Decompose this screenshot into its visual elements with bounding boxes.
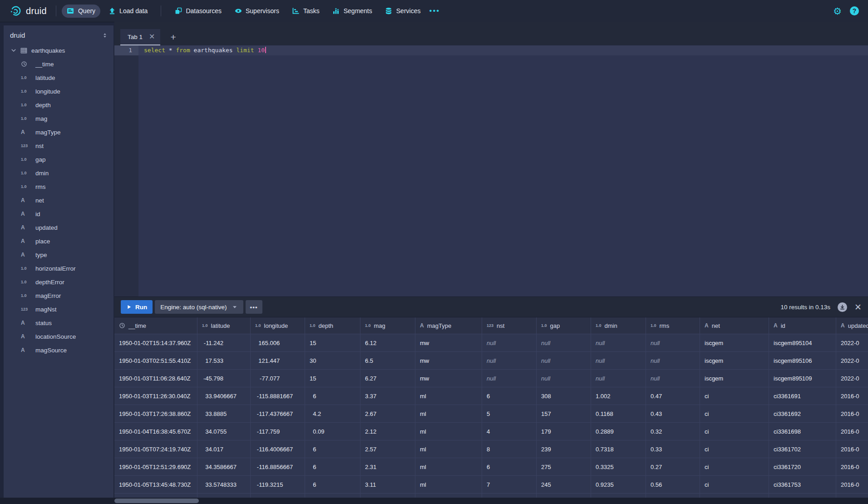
sidebar-column-magtype[interactable]: AmagType: [4, 125, 113, 139]
cell-time[interactable]: 1950-01-05T13:45:48.730Z: [114, 476, 197, 494]
cell-nst[interactable]: 7: [482, 476, 537, 494]
double-caret-vertical-icon[interactable]: [102, 32, 108, 39]
cell-longitude[interactable]: -117.759: [251, 423, 305, 440]
sidebar-column-deptherror[interactable]: 1.0depthError: [4, 275, 113, 289]
cell-mag[interactable]: 2.12: [360, 423, 415, 440]
nav-item-load-data[interactable]: Load data: [103, 5, 153, 18]
cell-mag[interactable]: 3.11: [360, 476, 415, 494]
tab-tab1[interactable]: Tab 1 ✕: [120, 29, 160, 45]
cell-latitude[interactable]: 33.9406667: [197, 387, 251, 405]
header-cell-time[interactable]: __time: [114, 317, 197, 334]
cell-id[interactable]: ci3361702: [769, 440, 836, 458]
cell-dmin[interactable]: 0.7318: [591, 440, 646, 458]
cell-depth[interactable]: 4.2: [305, 405, 360, 423]
cell-mag[interactable]: 2.57: [360, 440, 415, 458]
sidebar-column-horizontalerror[interactable]: 1.0horizontalError: [4, 262, 113, 275]
sidebar-table-earthquakes[interactable]: earthquakes: [4, 44, 113, 57]
cell-magtype[interactable]: [415, 494, 482, 498]
cell-time[interactable]: 1950-01-03T11:06:28.640Z: [114, 370, 197, 387]
cell-net[interactable]: ci: [700, 405, 769, 423]
cell-gap[interactable]: null: [537, 370, 591, 387]
cell-longitude[interactable]: -119.3215: [251, 476, 305, 494]
cell-id[interactable]: iscgem895106: [769, 352, 836, 370]
cell-time[interactable]: 1950-01-05T07:24:19.740Z: [114, 440, 197, 458]
cell-gap[interactable]: 179: [537, 423, 591, 440]
cell-net[interactable]: iscgem: [700, 370, 769, 387]
cell-id[interactable]: iscgem895109: [769, 370, 836, 387]
cell-magtype[interactable]: ml: [415, 458, 482, 476]
cell-updated[interactable]: 2022-0: [836, 352, 868, 370]
cell-net[interactable]: [700, 494, 769, 498]
cell-mag[interactable]: 3.37: [360, 387, 415, 405]
cell-nst[interactable]: 6: [482, 458, 537, 476]
sidebar-column-magerror[interactable]: 1.0magError: [4, 289, 113, 302]
header-cell-updated[interactable]: Aupdated: [836, 317, 868, 334]
cell-net[interactable]: iscgem: [700, 352, 769, 370]
cell-rms[interactable]: 0.47: [646, 387, 700, 405]
run-button[interactable]: Run: [121, 300, 153, 314]
cell-gap[interactable]: 245: [537, 476, 591, 494]
cell-mag[interactable]: 2.31: [360, 458, 415, 476]
cell-mag[interactable]: 6.12: [360, 334, 415, 352]
cell-rms[interactable]: null: [646, 334, 700, 352]
engine-select[interactable]: Engine: auto (sql-native): [155, 300, 243, 314]
cell-rms[interactable]: null: [646, 352, 700, 370]
sidebar-column-longitude[interactable]: 1.0longitude: [4, 84, 113, 98]
cell-dmin[interactable]: [591, 494, 646, 498]
cell-depth[interactable]: 0.09: [305, 423, 360, 440]
cell-longitude[interactable]: -115.8881667: [251, 387, 305, 405]
cell-time[interactable]: 1950-01-04T16:38:45.670Z: [114, 423, 197, 440]
cell-depth[interactable]: 15: [305, 370, 360, 387]
header-cell-id[interactable]: Aid: [769, 317, 836, 334]
sidebar-column-gap[interactable]: 1.0gap: [4, 153, 113, 166]
cell-rms[interactable]: 0.32: [646, 423, 700, 440]
cell-magtype[interactable]: ml: [415, 476, 482, 494]
query-more-button[interactable]: •••: [246, 300, 262, 314]
cell-id[interactable]: ci3361691: [769, 387, 836, 405]
sidebar-column-nst[interactable]: 123nst: [4, 139, 113, 153]
cell-magtype[interactable]: mw: [415, 352, 482, 370]
sql-editor[interactable]: 1 select * from earthquakes limit 10: [114, 45, 868, 296]
cell-net[interactable]: ci: [700, 458, 769, 476]
cell-longitude[interactable]: -116.4006667: [251, 440, 305, 458]
druid-logo[interactable]: druid: [6, 5, 50, 17]
header-cell-nst[interactable]: 123nst: [482, 317, 537, 334]
cell-longitude[interactable]: -77.077: [251, 370, 305, 387]
sidebar-column-type[interactable]: Atype: [4, 248, 113, 262]
cell-gap[interactable]: 275: [537, 458, 591, 476]
cell-magtype[interactable]: ml: [415, 423, 482, 440]
cell-updated[interactable]: 2016-0: [836, 405, 868, 423]
cell-magtype[interactable]: ml: [415, 405, 482, 423]
cell-rms[interactable]: 0.27: [646, 458, 700, 476]
header-cell-gap[interactable]: 1.0gap: [537, 317, 591, 334]
cell-updated[interactable]: 2016-0: [836, 458, 868, 476]
header-cell-latitude[interactable]: 1.0latitude: [197, 317, 251, 334]
sidebar-column-dmin[interactable]: 1.0dmin: [4, 166, 113, 180]
cell-depth[interactable]: 6: [305, 440, 360, 458]
nav-item-query[interactable]: Query: [62, 5, 100, 18]
cell-gap[interactable]: null: [537, 352, 591, 370]
cell-latitude[interactable]: [197, 494, 251, 498]
cell-id[interactable]: ci3361698: [769, 423, 836, 440]
add-tab-icon[interactable]: +: [168, 32, 178, 45]
nav-more-icon[interactable]: •••: [425, 5, 444, 17]
cell-net[interactable]: ci: [700, 387, 769, 405]
cell-depth[interactable]: [305, 494, 360, 498]
cell-magtype[interactable]: mw: [415, 370, 482, 387]
cell-nst[interactable]: null: [482, 370, 537, 387]
cell-gap[interactable]: 308: [537, 387, 591, 405]
cell-mag[interactable]: [360, 494, 415, 498]
cell-time[interactable]: 1950-01-05T12:51:29.690Z: [114, 458, 197, 476]
cell-longitude[interactable]: 121.447: [251, 352, 305, 370]
cell-rms[interactable]: 0.56: [646, 476, 700, 494]
cell-id[interactable]: iscgem895104: [769, 334, 836, 352]
sidebar-column-place[interactable]: Aplace: [4, 234, 113, 248]
nav-item-datasources[interactable]: Datasources: [169, 5, 227, 18]
cell-mag[interactable]: 6.27: [360, 370, 415, 387]
cell-rms[interactable]: null: [646, 370, 700, 387]
nav-item-supervisors[interactable]: Supervisors: [229, 5, 284, 18]
cell-updated[interactable]: 2016-0: [836, 440, 868, 458]
sidebar-column-net[interactable]: Anet: [4, 193, 113, 207]
cell-nst[interactable]: 4: [482, 423, 537, 440]
cell-rms[interactable]: 0.43: [646, 405, 700, 423]
